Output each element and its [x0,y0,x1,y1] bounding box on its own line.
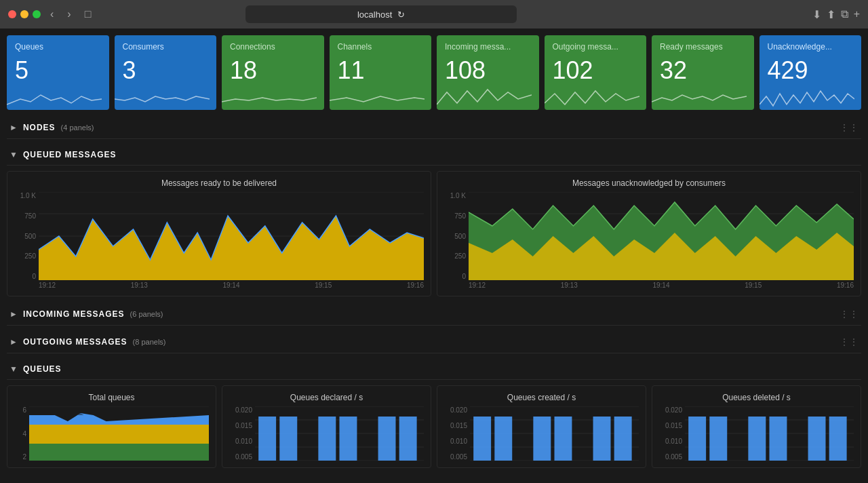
svg-rect-40 [494,417,512,461]
svg-rect-26 [258,417,276,461]
svg-rect-55 [748,417,766,461]
section-queues[interactable]: ▼ QUEUES [7,359,861,380]
chart-total-queues-title: Total queues [14,393,209,402]
section-incoming[interactable]: ► INCOMING MESSAGES (6 panels) ⋮⋮ [7,303,861,326]
chart-panel-unack: Messages unacknowledged by consumers 1.0… [437,171,861,296]
back-button[interactable]: ‹ [46,7,58,22]
y-label: 0.015 [444,422,467,429]
forward-button[interactable]: › [63,7,75,22]
new-tab-button[interactable]: + [854,8,860,21]
minimize-button[interactable] [20,10,28,18]
svg-rect-33 [399,417,417,461]
section-nodes[interactable]: ► NODES (4 panels) ⋮⋮ [7,117,861,139]
fullscreen-button[interactable]: ⧉ [841,8,848,21]
chart-created-title: Queues created / s [444,393,639,402]
chart-canvas-ready: 19:12 19:13 19:14 19:15 19:16 [39,192,424,289]
chart-canvas-created [470,406,639,461]
y-label: 0.020 [659,406,682,414]
reload-icon[interactable]: ↻ [397,9,405,20]
drag-handle-nodes: ⋮⋮ [840,122,859,133]
drag-handle-incoming: ⋮⋮ [840,309,859,320]
metric-card-consumers[interactable]: Consumers 3 [115,35,217,110]
svg-rect-39 [473,417,491,461]
section-incoming-title: INCOMING MESSAGES [23,309,125,319]
metric-card-channels[interactable]: Channels 11 [330,35,432,110]
y-label: 4 [14,430,26,438]
metric-value-ready: 32 [660,57,687,84]
metric-label-consumers: Consumers [123,42,209,52]
sparkline-connections [222,85,317,110]
chart-svg-created [470,406,639,461]
x-label: 19:16 [837,282,854,289]
x-axis-unack: 19:12 19:13 19:14 19:15 19:16 [469,282,854,289]
section-queued-messages[interactable]: ▼ QUEUED MESSAGES [7,144,861,166]
sparkline-consumers [115,85,210,110]
sparkline-queues [7,85,102,110]
traffic-lights [8,10,41,18]
share-button[interactable]: ⬆ [827,8,835,21]
metric-card-incoming[interactable]: Incoming messa... 108 [437,35,539,110]
x-axis-ready: 19:12 19:13 19:14 19:15 19:16 [39,282,424,289]
layout-button[interactable]: □ [81,7,96,22]
x-label: 19:14 [652,282,669,289]
svg-rect-29 [318,417,336,461]
sparkline-unack [760,85,854,110]
metric-label-unack: Unacknowledge... [768,42,854,52]
section-queues-title: QUEUES [23,364,62,374]
address-bar[interactable]: localhost ↻ [245,5,517,23]
sparkline-ready [652,85,747,110]
chart-canvas-deleted [685,406,854,461]
chart-deleted-title: Queues deleted / s [659,393,854,402]
metric-value-connections: 18 [230,57,257,84]
y-label: 0.010 [444,438,467,445]
svg-marker-17 [29,444,209,461]
drag-handle-outgoing: ⋮⋮ [840,336,859,347]
y-axis-deleted: 0.020 0.015 0.010 0.005 [659,406,682,461]
svg-rect-42 [533,417,551,461]
section-outgoing-title: OUTGOING MESSAGES [23,337,127,347]
y-label: 6 [14,406,26,414]
chart-svg-total-queues [29,406,209,461]
metric-value-unack: 429 [768,57,808,84]
metric-label-channels: Channels [338,42,424,52]
browser-actions: ⬇ ⬆ ⧉ + [812,8,860,21]
close-button[interactable] [8,10,16,18]
metric-card-unack[interactable]: Unacknowledge... 429 [760,35,862,110]
chart-panel-queues-declared: Queues declared / s 0.020 0.015 0.010 0.… [222,385,431,468]
queued-messages-charts: Messages ready to be delivered 1.0 K 750… [7,171,861,296]
queues-charts: Total queues 6 4 2 [7,385,861,468]
section-outgoing[interactable]: ► OUTGOING MESSAGES (8 panels) ⋮⋮ [7,331,861,353]
y-label: 0 [14,273,36,280]
dashboard: Queues 5 Consumers 3 Connections 18 Chan… [0,28,868,482]
sparkline-channels [330,85,425,110]
y-label: 0.020 [229,406,252,414]
metric-label-incoming: Incoming messa... [445,42,531,52]
y-axis-unack: 1.0 K 750 500 250 0 [444,192,466,280]
svg-rect-52 [688,417,706,461]
metric-card-outgoing[interactable]: Outgoing messa... 102 [545,35,647,110]
download-button[interactable]: ⬇ [812,8,821,21]
y-label: 0.015 [659,422,682,429]
metrics-row: Queues 5 Consumers 3 Connections 18 Chan… [7,35,861,110]
svg-rect-59 [829,417,847,461]
x-label: 19:12 [469,282,486,289]
chart-unack-title: Messages unacknowledged by consumers [444,178,854,188]
metric-label-ready: Ready messages [660,42,746,52]
y-label: 0.005 [444,453,467,461]
metric-card-queues[interactable]: Queues 5 [7,35,109,110]
metric-card-connections[interactable]: Connections 18 [222,35,324,110]
metric-value-queues: 5 [15,57,28,84]
section-nodes-subtitle: (4 panels) [61,123,94,132]
chevron-down-icon-queues: ▼ [9,364,18,374]
chart-panel-total-queues: Total queues 6 4 2 [7,385,216,468]
metric-card-ready[interactable]: Ready messages 32 [652,35,754,110]
chevron-right-icon: ► [9,123,18,132]
browser-chrome: ‹ › □ localhost ↻ ⬇ ⬆ ⧉ + [0,0,868,28]
section-nodes-title: NODES [23,123,56,132]
maximize-button[interactable] [33,10,41,18]
metric-value-outgoing: 102 [553,57,593,84]
chevron-right-icon-incoming: ► [9,309,18,319]
svg-rect-53 [709,417,727,461]
y-label: 750 [14,212,36,220]
svg-rect-43 [555,417,572,461]
